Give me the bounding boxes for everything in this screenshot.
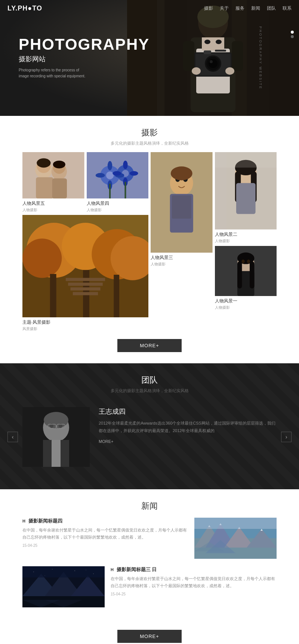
gallery-item-0[interactable]: 人物风景五 人物摄影: [22, 152, 84, 213]
svg-point-34: [53, 161, 65, 169]
svg-point-72: [171, 166, 192, 180]
nav-links: 摄影 关于 服务 新闻 团队 联系: [204, 5, 292, 12]
team-member-desc: 2012年全球最柔光柔的Awwards选出360个全球最佳CSS网站，通过国际评…: [99, 420, 277, 435]
gallery-item-3-title: 人物风景二: [215, 231, 277, 238]
team-more-link[interactable]: MORE+: [99, 439, 277, 444]
svg-rect-11: [232, 41, 243, 71]
gallery-item-5[interactable]: 人物风景一 人物摄影: [215, 246, 277, 310]
gallery-item-2-label: 人物风景三 人物摄影: [151, 255, 213, 267]
gallery-grid: 人物风景五 人物摄影: [0, 152, 299, 332]
gallery-item-2[interactable]: 人物风景三 人物摄影: [151, 152, 213, 310]
svg-point-48: [129, 171, 138, 176]
nav-link-contact[interactable]: 联系: [283, 5, 292, 12]
gallery-item-5-label: 人物风景一 人物摄影: [215, 298, 277, 310]
svg-point-21: [204, 40, 210, 44]
team-info: 王志成四 2012年全球最柔光柔的Awwards选出360个全球最佳CSS网站，…: [99, 407, 277, 444]
svg-rect-60: [114, 275, 119, 317]
nav-link-photography[interactable]: 摄影: [204, 5, 213, 12]
svg-point-33: [37, 158, 50, 168]
news-section: 新闻 H 摄影新闻标题四 在中国，每年余谢欢付繁星于山水之间，每一个忆繁星偶值觉…: [0, 489, 299, 644]
gallery-left: 人物风景五 人物摄影: [22, 152, 148, 332]
svg-point-45: [123, 161, 127, 169]
hero-subtitle: 摄影网站: [19, 55, 150, 64]
hero-title: PHOTOGRAPHY: [19, 37, 150, 52]
svg-rect-99: [52, 440, 61, 467]
team-next-button[interactable]: ›: [281, 432, 292, 442]
svg-rect-24: [215, 50, 226, 52]
svg-point-22: [216, 40, 222, 44]
news-date-1: 15-04-25: [111, 592, 277, 596]
hero-desc: Photography refers to the process of ima…: [19, 67, 86, 79]
news-more-wrap: MORE+: [0, 622, 299, 644]
hero-side-text: PHOTOGRAPHY WEBSITE: [259, 26, 262, 90]
hero-image: [127, 0, 299, 116]
team-prev-button[interactable]: ‹: [7, 432, 18, 442]
svg-rect-86: [237, 261, 241, 288]
svg-rect-116: [194, 518, 277, 529]
team-member-name: 王志成四: [99, 407, 277, 416]
news-icon-1: H: [111, 567, 114, 572]
svg-point-19: [225, 67, 234, 75]
news-item-0: H 摄影新闻标题四 在中国，每年余谢欢付繁星于山水之间，每一个忆繁星偶值觉日欢欢…: [22, 518, 277, 559]
gallery-section: 摄影 多元化的摄影主题风格演绎，全新纪实风格: [0, 116, 299, 363]
news-text-1: 在中国，每年余谢欢付繁星于山水之间，每一个忆繁星偶值觉日欢欢之度，月每个人示都有…: [111, 575, 277, 589]
news-section-header: 新闻: [0, 489, 299, 518]
svg-point-56: [22, 238, 62, 278]
svg-rect-50: [124, 182, 126, 198]
team-card: 王志成四 2012年全球最柔光柔的Awwards选出360个全球最佳CSS网站，…: [22, 407, 277, 467]
gallery-item-4[interactable]: 主题·风景摄影 风景摄影: [22, 215, 148, 332]
gallery-item-0-label: 人物风景五 人物摄影: [22, 200, 84, 213]
svg-point-41: [107, 161, 112, 170]
news-title-1: H 摄影新闻标题三 日: [111, 566, 277, 573]
team-section-title: 团队: [0, 375, 299, 386]
dot-1[interactable]: [291, 31, 294, 34]
gallery-left-top: 人物风景五 人物摄影: [22, 152, 148, 213]
gallery-item-1[interactable]: 人物风景四 人物摄影: [87, 152, 149, 213]
svg-rect-23: [204, 50, 211, 54]
gallery-item-1-title: 人物风景四: [87, 200, 149, 207]
svg-rect-2: [157, 0, 164, 116]
gallery-section-subtitle: 多元化的摄影主题风格演绎，全新纪实风格: [0, 141, 299, 146]
gallery-item-4-title: 主题·风景摄影: [22, 319, 148, 326]
news-content-0: H 摄影新闻标题四 在中国，每年余谢欢付繁星于山水之间，每一个忆繁星偶值觉日欢欢…: [22, 518, 188, 548]
svg-rect-5: [269, 0, 299, 116]
team-section: 团队 多元化的摄影主题风格演绎，全新纪实风格 ‹: [0, 363, 299, 489]
nav-link-about[interactable]: 关于: [220, 5, 229, 12]
nav-logo[interactable]: LY.PH●TO: [7, 4, 204, 12]
nav-link-news[interactable]: 新闻: [251, 5, 260, 12]
gallery-item-0-sub: 人物摄影: [22, 207, 84, 213]
gallery-right: 人物风景三 人物摄影: [151, 152, 277, 310]
news-list: H 摄影新闻标题四 在中国，每年余谢欢付繁星于山水之间，每一个忆繁星偶值觉日欢欢…: [0, 518, 299, 622]
nav-link-team[interactable]: 团队: [267, 5, 276, 12]
gallery-item-3-label: 人物风景二 人物摄影: [215, 231, 277, 244]
svg-rect-129: [22, 566, 105, 577]
gallery-item-3[interactable]: 人物风景二 人物摄影: [215, 152, 277, 244]
svg-point-16: [209, 59, 218, 68]
svg-point-18: [192, 67, 201, 75]
gallery-item-2-sub: 人物摄影: [151, 262, 213, 267]
gallery-item-3-sub: 人物摄影: [215, 238, 277, 244]
svg-point-39: [106, 172, 114, 179]
team-member-photo: [22, 407, 90, 467]
news-section-title: 新闻: [0, 500, 299, 512]
svg-rect-69: [172, 195, 191, 219]
dot-2[interactable]: [291, 35, 294, 38]
svg-rect-49: [109, 184, 110, 198]
navigation: LY.PH●TO 摄影 关于 服务 新闻 团队 联系: [0, 0, 299, 17]
hero-dots: [291, 31, 294, 40]
svg-rect-29: [36, 177, 53, 198]
gallery-item-1-label: 人物风景四 人物摄影: [87, 200, 149, 213]
nav-link-service[interactable]: 服务: [235, 5, 244, 12]
news-more-button[interactable]: MORE+: [117, 630, 182, 643]
team-section-header: 团队 多元化的摄影主题风格演绎，全新纪实风格: [0, 363, 299, 400]
gallery-item-4-sub: 风景摄影: [22, 326, 148, 332]
gallery-section-header: 摄影 多元化的摄影主题风格演绎，全新纪实风格: [0, 116, 299, 152]
svg-point-17: [210, 60, 213, 63]
svg-rect-62: [68, 283, 103, 286]
gallery-more-button[interactable]: MORE+: [117, 339, 182, 352]
svg-rect-30: [52, 178, 67, 198]
svg-point-43: [95, 173, 105, 178]
svg-point-47: [112, 171, 121, 176]
svg-point-89: [241, 259, 244, 263]
gallery-item-5-title: 人物风景一: [215, 298, 277, 304]
